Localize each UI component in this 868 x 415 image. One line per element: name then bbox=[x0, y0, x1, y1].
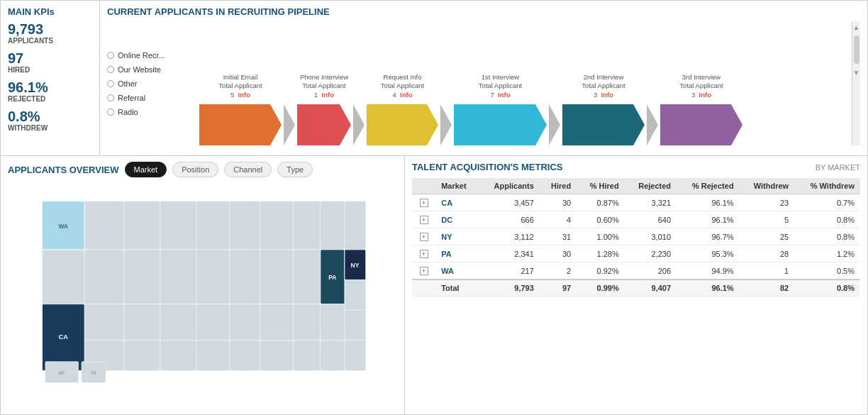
col-expand bbox=[412, 178, 435, 194]
overview-header: APPLICANTS OVERVIEW Market Position Chan… bbox=[8, 162, 397, 177]
pct-rejected-cell: 96.7% bbox=[677, 228, 740, 245]
connector-3 bbox=[440, 104, 452, 145]
filter-radio[interactable]: Radio bbox=[107, 108, 194, 116]
radio-our-website[interactable] bbox=[107, 66, 114, 73]
applicants-cell: 3,457 bbox=[479, 194, 540, 211]
metrics-header: TALENT ACQUISITION'S METRICS BY MARKET bbox=[412, 162, 860, 172]
state-ks-bg bbox=[196, 304, 230, 341]
filter-other[interactable]: Other bbox=[107, 79, 194, 88]
expand-cell[interactable]: + bbox=[412, 245, 435, 262]
expand-icon[interactable]: + bbox=[420, 267, 428, 275]
radio-referral[interactable] bbox=[107, 94, 114, 101]
tab-market[interactable]: Market bbox=[125, 162, 167, 177]
filter-our-website[interactable]: Our Website bbox=[107, 65, 194, 74]
state-ut-bg bbox=[124, 304, 160, 341]
radio-other[interactable] bbox=[107, 80, 114, 87]
radio-radio[interactable] bbox=[107, 109, 114, 116]
pct-withdrew-cell: 0.8% bbox=[794, 228, 860, 245]
pct-rejected-cell: 95.3% bbox=[677, 245, 740, 262]
expand-cell[interactable]: + bbox=[412, 228, 435, 245]
market-cell: CA bbox=[435, 194, 479, 211]
pipeline-scrollbar[interactable]: ▲ ▼ bbox=[852, 21, 860, 145]
kpi-withdrew-value: 0.8% bbox=[8, 109, 92, 124]
tab-type[interactable]: Type bbox=[277, 162, 313, 177]
col-market: Market bbox=[435, 178, 479, 194]
state-oh-bg bbox=[293, 250, 320, 304]
state-sc-bg bbox=[321, 341, 345, 371]
total-expand bbox=[412, 280, 435, 297]
state-nm-bg bbox=[124, 341, 160, 371]
expand-icon[interactable]: + bbox=[420, 216, 428, 224]
kpi-rejected-label: REJECTED bbox=[8, 95, 92, 103]
ny-label: NY bbox=[351, 262, 360, 270]
scroll-down[interactable]: ▼ bbox=[852, 67, 861, 78]
state-il-bg bbox=[260, 201, 294, 250]
applicants-cell: 3,112 bbox=[479, 228, 540, 245]
state-ms-bg bbox=[260, 341, 294, 371]
pct-withdrew-cell: 0.5% bbox=[794, 262, 860, 280]
stage-1st-interview: 1st Interview Total Applicant 7 Info bbox=[454, 73, 547, 145]
state-mi-bg bbox=[321, 201, 345, 250]
kpi-applicants-value: 9,793 bbox=[8, 21, 92, 37]
metrics-subtitle: BY MARKET bbox=[816, 163, 860, 172]
state-wi-bg bbox=[230, 201, 260, 250]
pipeline-section: CURRENT APPLICANTS IN RECRUITING PIPELIN… bbox=[100, 1, 867, 155]
hired-cell: 4 bbox=[540, 211, 577, 228]
market-cell: NY bbox=[435, 228, 479, 245]
state-va-bg bbox=[321, 304, 345, 341]
pa-label: PA bbox=[328, 275, 336, 282]
pct-withdrew-cell: 0.7% bbox=[794, 194, 860, 211]
state-sd-bg bbox=[160, 250, 196, 304]
rejected-cell: 2,230 bbox=[625, 245, 677, 262]
state-mo-bg bbox=[230, 250, 260, 304]
withdrew-cell: 28 bbox=[740, 245, 795, 262]
kpi-panel: MAIN KPIs 9,793 APPLICANTS 97 HIRED 96.1… bbox=[1, 1, 100, 155]
market-cell: PA bbox=[435, 245, 479, 262]
state-ok-bg bbox=[196, 341, 230, 371]
filter-online-recr[interactable]: Online Recr... bbox=[107, 51, 194, 60]
hired-cell: 2 bbox=[540, 262, 577, 280]
pct-hired-cell: 0.87% bbox=[577, 194, 625, 211]
scroll-up[interactable]: ▲ bbox=[852, 21, 861, 33]
total-rejected: 9,407 bbox=[625, 280, 677, 297]
expand-icon[interactable]: + bbox=[420, 250, 428, 258]
rejected-cell: 3,321 bbox=[625, 194, 677, 211]
total-applicants: 9,793 bbox=[479, 280, 540, 297]
col-pct-withdrew: % Withdrew bbox=[794, 178, 860, 194]
pipeline-flow: Initial Email Total Applicant 5 Info bbox=[199, 21, 852, 145]
state-nd-bg bbox=[124, 201, 160, 250]
state-nc-bg bbox=[293, 341, 320, 371]
pct-hired-cell: 0.92% bbox=[577, 262, 625, 280]
pct-hired-cell: 1.00% bbox=[577, 228, 625, 245]
expand-cell[interactable]: + bbox=[412, 211, 435, 228]
scroll-thumb[interactable] bbox=[854, 35, 859, 64]
market-cell: WA bbox=[435, 262, 479, 280]
expand-icon[interactable]: + bbox=[420, 233, 428, 241]
state-nj-bg bbox=[345, 280, 366, 311]
market-cell: DC bbox=[435, 211, 479, 228]
pct-rejected-cell: 94.9% bbox=[677, 262, 740, 280]
state-de-bg bbox=[345, 310, 366, 341]
hired-cell: 30 bbox=[540, 245, 577, 262]
pct-rejected-cell: 96.1% bbox=[677, 194, 740, 211]
tab-channel[interactable]: Channel bbox=[224, 162, 272, 177]
svg-text:HI: HI bbox=[91, 371, 96, 376]
col-applicants: Applicants bbox=[479, 178, 540, 194]
pct-withdrew-cell: 0.8% bbox=[794, 211, 860, 228]
expand-cell[interactable]: + bbox=[412, 194, 435, 211]
total-pct-rejected: 96.1% bbox=[677, 280, 740, 297]
state-in-bg bbox=[293, 201, 320, 250]
connector-1 bbox=[284, 104, 295, 145]
withdrew-cell: 1 bbox=[740, 262, 795, 280]
overview-title: APPLICANTS OVERVIEW bbox=[8, 165, 119, 175]
table-row: + DC 666 4 0.60% 640 96.1% 5 0.8% bbox=[412, 211, 860, 228]
withdrew-cell: 5 bbox=[740, 211, 795, 228]
state-co-bg bbox=[160, 304, 196, 341]
tab-position[interactable]: Position bbox=[172, 162, 218, 177]
withdrew-cell: 23 bbox=[740, 194, 795, 211]
expand-cell[interactable]: + bbox=[412, 262, 435, 280]
kpi-hired-value: 97 bbox=[8, 50, 92, 66]
expand-icon[interactable]: + bbox=[420, 199, 428, 207]
filter-referral[interactable]: Referral bbox=[107, 94, 194, 102]
radio-online-recr[interactable] bbox=[107, 52, 114, 59]
